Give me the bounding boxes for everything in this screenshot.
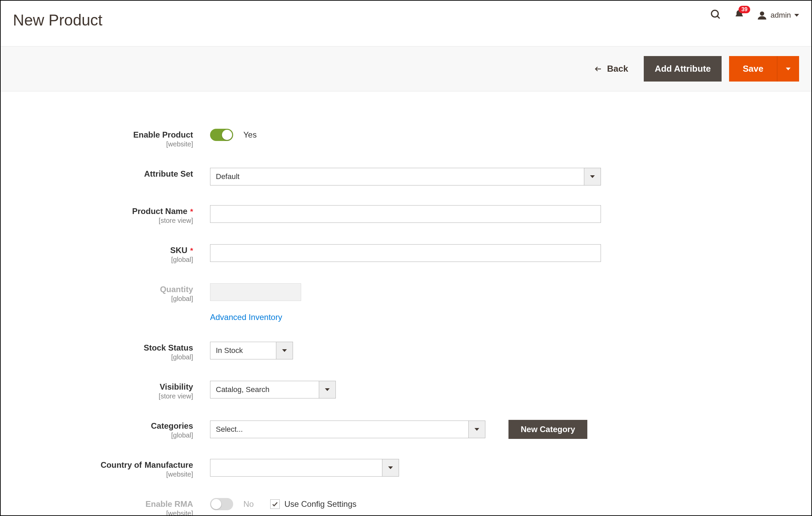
- page-title: New Product: [13, 11, 102, 29]
- enable-rma-toggle: [210, 498, 233, 510]
- stock-status-scope: [global]: [54, 353, 193, 361]
- product-form: Enable Product [website] Yes Attribute S…: [13, 129, 799, 516]
- country-value: [210, 459, 382, 477]
- sku-scope: [global]: [54, 256, 193, 264]
- visibility-value: Catalog, Search: [210, 381, 319, 398]
- country-label: Country of Manufacture: [101, 460, 193, 470]
- svg-point-2: [760, 11, 764, 16]
- search-icon[interactable]: [710, 9, 722, 21]
- stock-status-select[interactable]: In Stock: [210, 342, 293, 359]
- categories-value: Select...: [210, 421, 468, 438]
- enable-rma-value: No: [243, 499, 254, 509]
- enable-product-label: Enable Product: [133, 130, 193, 140]
- categories-scope: [global]: [54, 431, 193, 439]
- save-dropdown-toggle[interactable]: [777, 56, 799, 82]
- enable-product-toggle[interactable]: [210, 129, 233, 141]
- attribute-set-label: Attribute Set: [144, 169, 193, 179]
- visibility-select[interactable]: Catalog, Search: [210, 381, 336, 398]
- svg-point-0: [711, 10, 718, 17]
- svg-line-1: [717, 16, 720, 18]
- quantity-label: Quantity: [160, 285, 193, 294]
- categories-label: Categories: [151, 421, 193, 431]
- notifications-icon[interactable]: 39: [734, 9, 745, 21]
- chevron-down-icon: [584, 168, 601, 185]
- notifications-badge: 39: [739, 6, 750, 13]
- categories-select[interactable]: Select...: [210, 421, 485, 438]
- advanced-inventory-link[interactable]: Advanced Inventory: [210, 313, 282, 322]
- enable-product-scope: [website]: [54, 140, 193, 148]
- chevron-down-icon: [468, 421, 485, 438]
- new-category-button[interactable]: New Category: [508, 420, 587, 439]
- user-menu[interactable]: admin: [757, 10, 799, 20]
- attribute-set-value: Default: [210, 168, 584, 185]
- country-scope: [website]: [54, 470, 193, 478]
- save-button[interactable]: Save: [729, 56, 777, 82]
- enable-product-value: Yes: [243, 130, 257, 140]
- visibility-label: Visibility: [160, 382, 193, 392]
- stock-status-value: In Stock: [210, 342, 276, 359]
- back-label: Back: [607, 64, 628, 74]
- product-name-scope: [store view]: [54, 217, 193, 225]
- chevron-down-icon: [786, 68, 791, 70]
- product-name-label: Product Name*: [132, 207, 193, 216]
- stock-status-label: Stock Status: [144, 343, 193, 353]
- country-select[interactable]: [210, 459, 399, 477]
- chevron-down-icon: [382, 459, 399, 477]
- chevron-down-icon: [794, 14, 799, 17]
- back-button[interactable]: Back: [594, 64, 628, 74]
- use-config-checkbox[interactable]: [270, 499, 280, 509]
- sku-label: SKU*: [170, 246, 193, 255]
- attribute-set-select[interactable]: Default: [210, 168, 601, 185]
- enable-rma-label: Enable RMA: [145, 499, 193, 509]
- chevron-down-icon: [276, 342, 293, 359]
- enable-rma-scope: [website]: [54, 510, 193, 516]
- action-bar: Back Add Attribute Save: [1, 46, 811, 91]
- use-config-label: Use Config Settings: [284, 499, 357, 509]
- chevron-down-icon: [319, 381, 336, 398]
- add-attribute-button[interactable]: Add Attribute: [644, 56, 722, 82]
- sku-input[interactable]: [210, 244, 601, 262]
- quantity-scope: [global]: [54, 295, 193, 303]
- product-name-input[interactable]: [210, 205, 601, 223]
- quantity-input: [210, 283, 301, 301]
- visibility-scope: [store view]: [54, 392, 193, 400]
- user-name: admin: [771, 11, 791, 20]
